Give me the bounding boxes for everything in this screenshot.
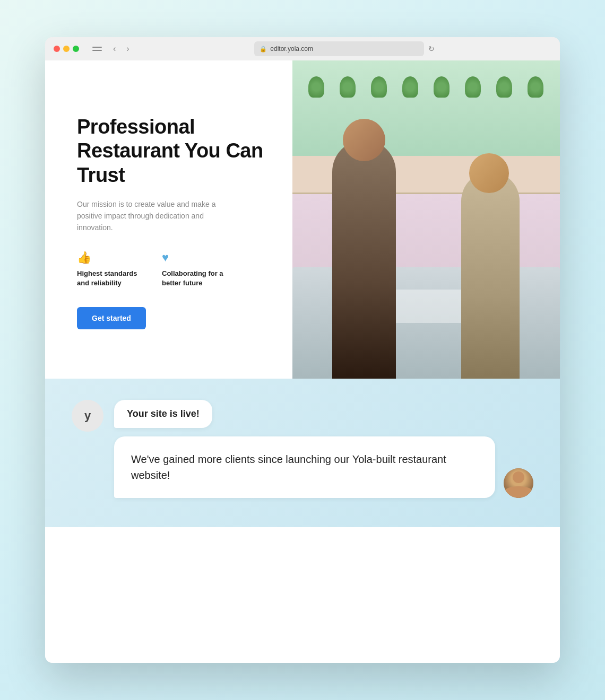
hero-image-panel — [292, 60, 560, 379]
yola-avatar: y — [72, 400, 103, 432]
feature-label-2: Collaborating for a better future — [162, 269, 226, 288]
person-customer — [332, 140, 396, 379]
lock-icon: 🔒 — [260, 46, 267, 52]
plant-3 — [371, 76, 387, 98]
browser-actions — [90, 43, 105, 54]
traffic-lights — [54, 46, 79, 52]
chat-bubble-2-text: We've gained more clients since launchin… — [131, 451, 478, 483]
thumbs-up-icon: 👍 — [77, 251, 141, 265]
feature-label-1: Highest standards and reliability — [77, 269, 141, 288]
reload-button[interactable]: ↻ — [428, 45, 435, 53]
back-button[interactable]: ‹ — [111, 43, 118, 54]
user-avatar-image — [504, 468, 533, 498]
feature-item-2: ♥ Collaborating for a better future — [162, 251, 226, 288]
plants-decoration — [292, 76, 560, 98]
forward-button[interactable]: › — [124, 43, 131, 54]
user-avatar — [504, 468, 533, 498]
features-row: 👍 Highest standards and reliability ♥ Co… — [77, 251, 266, 288]
browser-content: Professional Restaurant You Can Trust Ou… — [45, 60, 560, 663]
hero-title: Professional Restaurant You Can Trust — [77, 115, 266, 188]
address-bar[interactable]: 🔒 editor.yola.com — [254, 41, 424, 56]
plant-1 — [308, 76, 324, 98]
plant-8 — [528, 76, 543, 98]
address-bar-container: 🔒 editor.yola.com ↻ — [138, 41, 551, 56]
plant-4 — [402, 76, 418, 98]
plant-6 — [465, 76, 481, 98]
close-button[interactable] — [54, 46, 60, 52]
sidebar-toggle-icon[interactable] — [90, 43, 105, 54]
bottom-chat-section: y Your site is live! We've gained more c… — [45, 379, 560, 527]
plant-7 — [496, 76, 512, 98]
hero-section: Professional Restaurant You Can Trust Ou… — [45, 60, 560, 379]
heart-icon: ♥ — [162, 251, 226, 265]
feature-item-1: 👍 Highest standards and reliability — [77, 251, 141, 288]
browser-chrome: ‹ › 🔒 editor.yola.com ↻ — [45, 37, 560, 60]
person-staff — [461, 172, 520, 379]
plant-2 — [340, 76, 356, 98]
chat-bubble-2-row: We've gained more clients since launchin… — [114, 436, 533, 498]
url-text: editor.yola.com — [270, 45, 313, 52]
plant-5 — [434, 76, 450, 98]
chat-bubble-2: We've gained more clients since launchin… — [114, 436, 495, 498]
chat-bubble-1-text: Your site is live! — [127, 408, 200, 419]
hero-image — [292, 60, 560, 379]
browser-window: ‹ › 🔒 editor.yola.com ↻ Professional Res… — [45, 37, 560, 663]
minimize-button[interactable] — [63, 46, 70, 52]
get-started-button[interactable]: Get started — [77, 307, 146, 329]
chat-messages: Your site is live! We've gained more cli… — [114, 400, 533, 498]
chat-bubble-1: Your site is live! — [114, 400, 212, 428]
hero-subtitle: Our mission is to create value and make … — [77, 198, 226, 234]
hero-left-panel: Professional Restaurant You Can Trust Ou… — [45, 60, 292, 379]
maximize-button[interactable] — [73, 46, 79, 52]
